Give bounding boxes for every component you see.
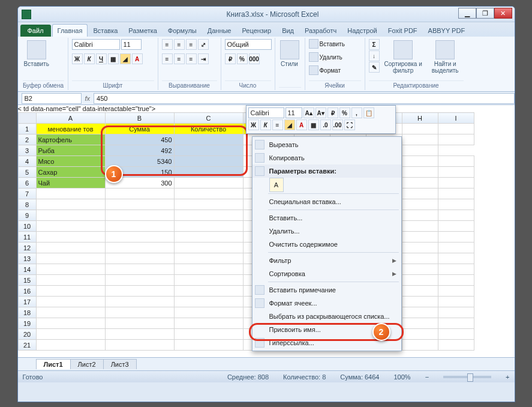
row-header[interactable]: 18 (18, 307, 36, 318)
cm-filter[interactable]: Фильтр▶ (253, 254, 401, 267)
cell[interactable] (438, 188, 474, 199)
mini-font-size[interactable]: 11 (285, 107, 302, 118)
cm-clear[interactable]: Очистить содержимое (253, 238, 401, 251)
cell[interactable] (438, 167, 474, 178)
mini-font-color[interactable]: A (296, 119, 307, 130)
row-header[interactable]: 4 (18, 156, 36, 167)
align-right[interactable]: ≡ (186, 53, 197, 64)
cell[interactable] (36, 199, 105, 210)
row-header[interactable]: 9 (18, 210, 36, 221)
cell[interactable]: Сахар (36, 167, 105, 178)
cell[interactable]: Рыба (36, 145, 105, 156)
mini-toolbar[interactable]: Calibri 11 A▴ A▾ ₽ % , 📋 Ж К ≡ ◢ A ▦ .0 … (246, 105, 396, 134)
cell[interactable] (174, 221, 243, 232)
row-header[interactable]: 20 (18, 329, 36, 340)
tab-addins[interactable]: Надстрой (342, 24, 382, 37)
cell[interactable] (438, 134, 474, 145)
cell[interactable] (105, 199, 174, 210)
format-cells-button[interactable]: Формат (320, 67, 341, 74)
row-header[interactable]: 1 (18, 124, 36, 134)
row-header[interactable]: 16 (18, 286, 36, 297)
fx-icon[interactable]: fx (85, 95, 91, 102)
cell[interactable] (174, 188, 243, 199)
cm-sort[interactable]: Сортировка▶ (253, 267, 401, 280)
cell[interactable] (36, 232, 105, 243)
cell[interactable] (105, 318, 174, 329)
col-header[interactable]: A (36, 113, 105, 124)
cm-paste-special[interactable]: Специальная вставка... (253, 195, 401, 208)
name-box[interactable]: B2 (22, 93, 82, 104)
row-header[interactable]: 2 (18, 134, 36, 145)
cell[interactable] (402, 145, 438, 156)
col-header[interactable]: I (438, 113, 474, 124)
cell[interactable] (36, 329, 105, 340)
cell[interactable] (438, 221, 474, 232)
tab-formulas[interactable]: Формулы (163, 24, 202, 37)
cell[interactable] (36, 243, 105, 253)
cell[interactable]: 492 (105, 145, 174, 156)
cell[interactable] (402, 264, 438, 275)
cell[interactable] (438, 253, 474, 264)
styles-button[interactable]: Стили (279, 39, 300, 68)
tab-home[interactable]: Главная (52, 24, 88, 37)
cell[interactable] (402, 286, 438, 297)
cell[interactable] (174, 232, 243, 243)
cell[interactable] (36, 318, 105, 329)
cell[interactable] (36, 253, 105, 264)
zoom-level[interactable]: 100% (393, 373, 410, 381)
cell[interactable] (105, 232, 174, 243)
cell[interactable]: Чай (36, 178, 105, 188)
mini-grow-font[interactable]: A▴ (303, 107, 314, 118)
cell[interactable] (105, 275, 174, 286)
tab-developer[interactable]: Разработч (299, 24, 342, 37)
cell[interactable] (402, 253, 438, 264)
row-header[interactable]: 11 (18, 232, 36, 243)
cm-format-cells[interactable]: Формат ячеек... (253, 297, 401, 310)
tab-insert[interactable]: Вставка (88, 24, 123, 37)
tab-view[interactable]: Вид (276, 24, 299, 37)
cell[interactable] (174, 145, 243, 156)
cell[interactable] (402, 210, 438, 221)
cell[interactable] (174, 318, 243, 329)
close-button[interactable]: ✕ (494, 8, 512, 19)
fill-button[interactable]: ↓ (369, 50, 380, 61)
maximize-button[interactable]: ❐ (476, 8, 494, 19)
cell[interactable] (402, 340, 438, 351)
cell[interactable] (174, 297, 243, 307)
cell[interactable] (438, 297, 474, 307)
tab-abbyy[interactable]: ABBYY PDF (423, 24, 471, 37)
cell[interactable] (174, 167, 243, 178)
cell[interactable] (36, 275, 105, 286)
cell[interactable] (36, 340, 105, 351)
cell[interactable] (438, 199, 474, 210)
cell[interactable] (402, 232, 438, 243)
sheet-tab[interactable]: Лист2 (70, 359, 104, 369)
cell[interactable] (402, 167, 438, 178)
cell[interactable] (438, 243, 474, 253)
row-header[interactable]: 5 (18, 167, 36, 178)
row-header[interactable]: 15 (18, 275, 36, 286)
sheet-tab[interactable]: Лист1 (36, 359, 71, 369)
comma[interactable]: 000 (249, 53, 260, 64)
align-bottom[interactable]: ≡ (186, 39, 197, 50)
tab-foxit[interactable]: Foxit PDF (383, 24, 423, 37)
cm-insert-comment[interactable]: Вставить примечание (253, 283, 401, 297)
cell[interactable] (105, 286, 174, 297)
cm-copy[interactable]: Копировать (253, 151, 401, 164)
cell[interactable] (105, 253, 174, 264)
col-header[interactable]: H (402, 113, 438, 124)
cell[interactable] (105, 329, 174, 340)
zoom-slider[interactable] (443, 376, 491, 378)
row-header[interactable]: 8 (18, 199, 36, 210)
formula-input[interactable]: 450 (94, 93, 514, 104)
number-format-select[interactable]: Общий (225, 39, 272, 50)
cell[interactable] (402, 156, 438, 167)
paste-button[interactable]: Вставить (23, 39, 50, 68)
cell[interactable] (105, 340, 174, 351)
mini-dec-dec[interactable]: .00 (332, 119, 343, 130)
cell[interactable] (402, 329, 438, 340)
cell[interactable] (105, 243, 174, 253)
cell[interactable] (438, 307, 474, 318)
cell[interactable] (174, 243, 243, 253)
cell[interactable] (174, 275, 243, 286)
